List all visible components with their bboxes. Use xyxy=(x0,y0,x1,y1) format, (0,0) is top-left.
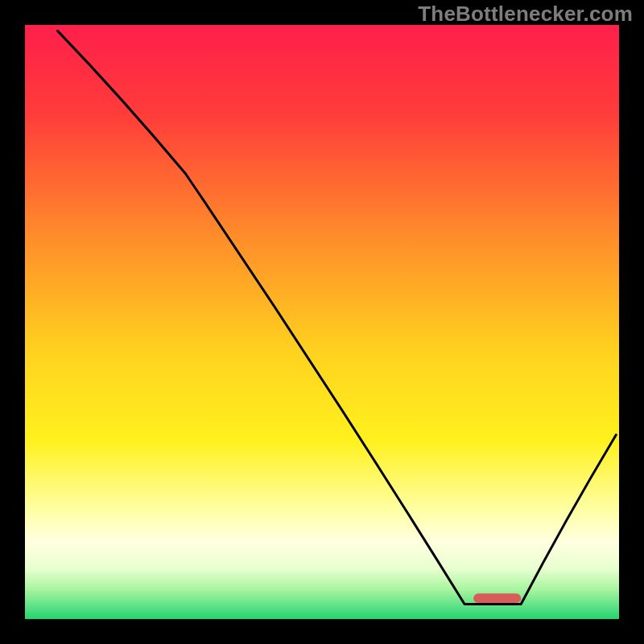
bottleneck-chart xyxy=(0,0,644,644)
watermark-label: TheBottlenecker.com xyxy=(418,2,633,27)
chart-container: TheBottlenecker.com xyxy=(0,0,644,644)
target-marker xyxy=(473,593,521,603)
plot-background xyxy=(25,25,619,619)
